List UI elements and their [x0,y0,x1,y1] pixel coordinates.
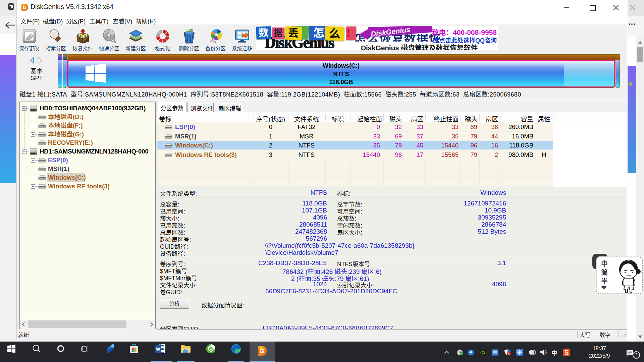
svg-text:W: W [156,347,160,352]
